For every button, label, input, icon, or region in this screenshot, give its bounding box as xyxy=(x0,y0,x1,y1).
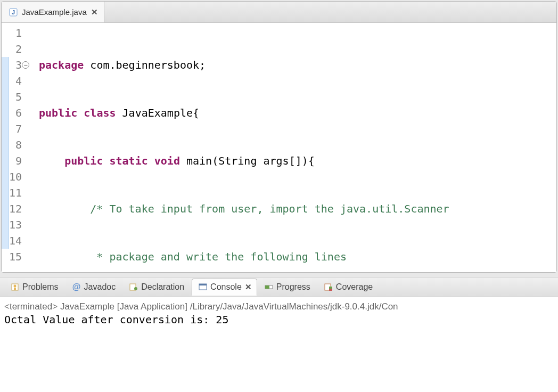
code-area[interactable]: 1 2 3− 4 5 6 7 8 9 10 11 12 13 14 15 pac… xyxy=(2,23,556,272)
console-panel: <terminated> JavaExample [Java Applicati… xyxy=(0,297,558,392)
svg-rect-4 xyxy=(14,288,16,290)
tab-label: Progress xyxy=(276,282,310,292)
line-number: 15 xyxy=(4,249,30,265)
tab-problems[interactable]: Problems xyxy=(4,279,65,295)
console-icon xyxy=(199,283,207,291)
tab-javadoc[interactable]: @ Javadoc xyxy=(66,279,122,295)
progress-icon xyxy=(265,283,273,291)
editor-tab-bar: J JavaExample.java ✕ xyxy=(2,2,556,23)
svg-rect-12 xyxy=(329,287,332,289)
svg-rect-8 xyxy=(199,284,207,285)
close-view-icon[interactable]: ✕ xyxy=(245,282,250,292)
fold-toggle-icon[interactable]: − xyxy=(22,61,29,69)
line-number: 6 xyxy=(4,105,30,121)
tab-label: Problems xyxy=(22,282,59,292)
line-number: 4 xyxy=(4,73,30,89)
line-number: 8 xyxy=(4,137,30,153)
svg-rect-10 xyxy=(265,285,269,289)
editor-tab-label: JavaExample.java xyxy=(22,7,87,17)
line-number: 7 xyxy=(4,121,30,137)
editor-tab[interactable]: J JavaExample.java ✕ xyxy=(2,2,104,22)
close-tab-icon[interactable]: ✕ xyxy=(91,7,96,17)
tab-label: Javadoc xyxy=(84,282,116,292)
line-number-gutter: 1 2 3− 4 5 6 7 8 9 10 11 12 13 14 15 xyxy=(2,23,35,272)
declaration-icon xyxy=(129,283,138,291)
line-number: 9 xyxy=(4,153,30,169)
coverage-icon xyxy=(324,283,333,291)
line-number: 2 xyxy=(4,41,30,57)
console-output[interactable]: Octal Value after conversion is: 25 xyxy=(4,313,554,326)
svg-point-6 xyxy=(134,287,137,290)
tab-declaration[interactable]: Declaration xyxy=(123,279,191,295)
bottom-tabs: Problems @ Javadoc Declaration Console ✕… xyxy=(0,277,558,297)
editor-panel: J JavaExample.java ✕ 1 2 xyxy=(1,1,557,273)
tab-progress[interactable]: Progress xyxy=(258,279,317,295)
tab-coverage[interactable]: Coverage xyxy=(318,279,379,295)
console-process-label: <terminated> JavaExample [Java Applicati… xyxy=(4,298,554,313)
line-number: 13 xyxy=(4,217,30,233)
line-number: 14 xyxy=(4,233,30,249)
problems-icon xyxy=(11,283,19,291)
javadoc-icon: @ xyxy=(72,283,81,291)
tab-label: Coverage xyxy=(336,282,373,292)
tab-label: Console xyxy=(210,282,242,292)
java-file-icon: J xyxy=(9,8,18,17)
line-number: 12 xyxy=(4,201,30,217)
svg-point-3 xyxy=(14,285,17,288)
line-number: 1 xyxy=(4,25,30,41)
tab-console[interactable]: Console ✕ xyxy=(192,279,257,296)
svg-rect-13 xyxy=(329,289,332,291)
line-number: 10 xyxy=(4,169,30,185)
tab-label: Declaration xyxy=(141,282,184,292)
svg-text:J: J xyxy=(12,9,15,15)
line-number: 3− xyxy=(4,57,30,73)
code-text[interactable]: package com.beginnersbook; public class … xyxy=(35,23,556,272)
line-number: 5 xyxy=(4,89,30,105)
line-number: 11 xyxy=(4,185,30,201)
